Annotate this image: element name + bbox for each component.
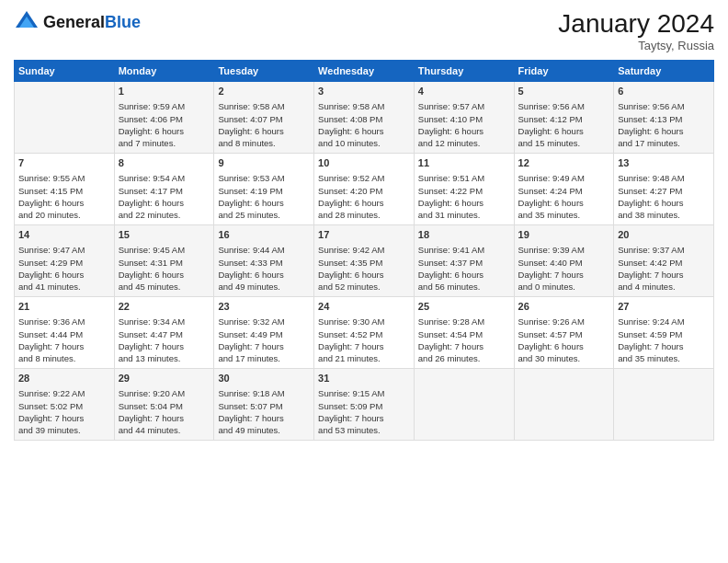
day-info: Daylight: 7 hours [418, 340, 510, 352]
calendar-cell: 19Sunrise: 9:39 AMSunset: 4:40 PMDayligh… [514, 225, 614, 297]
day-info: Sunset: 4:17 PM [119, 185, 210, 197]
calendar-cell: 3Sunrise: 9:58 AMSunset: 4:08 PMDaylight… [314, 82, 415, 154]
day-info: Sunrise: 9:53 AM [218, 172, 310, 184]
day-number: 26 [518, 300, 610, 314]
day-number: 15 [119, 228, 210, 242]
day-info: Sunset: 4:37 PM [418, 257, 510, 269]
col-thursday: Thursday [414, 61, 514, 82]
calendar-cell: 14Sunrise: 9:47 AMSunset: 4:29 PMDayligh… [15, 225, 115, 297]
day-info: Sunset: 5:04 PM [119, 400, 210, 412]
day-info: and 41 minutes. [18, 281, 110, 293]
day-info: Daylight: 6 hours [119, 269, 210, 281]
day-info: Sunset: 4:47 PM [119, 328, 210, 340]
day-number: 12 [518, 156, 610, 170]
day-info: Daylight: 7 hours [618, 340, 710, 352]
day-info: Sunset: 4:33 PM [218, 257, 310, 269]
day-info: Sunset: 4:22 PM [418, 185, 510, 197]
day-info: Daylight: 6 hours [618, 197, 710, 209]
day-number: 7 [18, 156, 110, 170]
day-info: Daylight: 6 hours [418, 125, 510, 137]
day-info: and 12 minutes. [418, 137, 510, 149]
day-info: and 44 minutes. [119, 424, 210, 436]
calendar-cell: 15Sunrise: 9:45 AMSunset: 4:31 PMDayligh… [114, 225, 214, 297]
col-monday: Monday [114, 61, 214, 82]
day-info: Sunset: 4:57 PM [518, 328, 610, 340]
logo: GeneralBlue [14, 9, 141, 35]
day-info: and 49 minutes. [218, 424, 310, 436]
day-info: Sunset: 4:31 PM [119, 257, 210, 269]
calendar-cell: 17Sunrise: 9:42 AMSunset: 4:35 PMDayligh… [314, 225, 415, 297]
day-info: and 17 minutes. [618, 137, 710, 149]
day-number: 25 [418, 300, 510, 314]
day-info: and 25 minutes. [218, 209, 310, 221]
calendar-week-row: 7Sunrise: 9:55 AMSunset: 4:15 PMDaylight… [15, 154, 714, 225]
calendar-cell: 5Sunrise: 9:56 AMSunset: 4:12 PMDaylight… [514, 82, 614, 154]
calendar-cell: 18Sunrise: 9:41 AMSunset: 4:37 PMDayligh… [414, 225, 514, 297]
calendar-cell: 11Sunrise: 9:51 AMSunset: 4:22 PMDayligh… [414, 154, 514, 225]
day-number: 1 [119, 85, 210, 98]
day-info: Sunset: 4:19 PM [218, 185, 310, 197]
day-info: Sunrise: 9:59 AM [119, 100, 210, 112]
logo-general-text: General [43, 13, 105, 31]
day-info: Sunset: 4:06 PM [119, 113, 210, 125]
calendar-cell: 24Sunrise: 9:30 AMSunset: 4:52 PMDayligh… [314, 297, 415, 369]
day-info: Daylight: 6 hours [518, 197, 610, 209]
day-info: and 30 minutes. [518, 352, 610, 364]
day-info: Sunset: 4:40 PM [518, 257, 610, 269]
day-number: 22 [119, 300, 210, 314]
day-info: Sunset: 4:44 PM [18, 328, 110, 340]
day-info: Daylight: 6 hours [218, 197, 310, 209]
day-number: 10 [318, 156, 410, 170]
calendar-cell: 30Sunrise: 9:18 AMSunset: 5:07 PMDayligh… [214, 369, 314, 441]
day-info: and 31 minutes. [418, 209, 510, 221]
day-info: Sunrise: 9:34 AM [119, 316, 210, 327]
day-info: Sunset: 4:10 PM [418, 113, 510, 125]
calendar-cell [614, 369, 714, 441]
title-block: January 2024 Taytsy, Russia [558, 9, 714, 52]
day-number: 21 [18, 300, 110, 314]
day-info: Sunrise: 9:20 AM [119, 387, 210, 399]
day-number: 23 [218, 300, 310, 314]
day-number: 20 [618, 228, 710, 242]
day-info: Daylight: 7 hours [218, 412, 310, 424]
day-number: 9 [218, 156, 310, 170]
day-info: Daylight: 7 hours [119, 340, 210, 352]
day-info: Sunset: 4:29 PM [18, 257, 110, 269]
day-info: and 28 minutes. [318, 209, 410, 221]
day-info: Sunset: 4:59 PM [618, 328, 710, 340]
calendar-cell: 29Sunrise: 9:20 AMSunset: 5:04 PMDayligh… [114, 369, 214, 441]
day-number: 6 [618, 85, 710, 98]
day-info: and 26 minutes. [418, 352, 510, 364]
day-number: 27 [618, 300, 710, 314]
day-info: Daylight: 6 hours [518, 340, 610, 352]
day-info: Sunrise: 9:48 AM [618, 172, 710, 184]
day-info: and 15 minutes. [518, 137, 610, 149]
day-info: Sunrise: 9:52 AM [318, 172, 410, 184]
day-info: Sunset: 5:07 PM [218, 400, 310, 412]
day-info: Sunset: 4:08 PM [318, 113, 410, 125]
day-info: Daylight: 7 hours [218, 340, 310, 352]
day-info: Sunrise: 9:47 AM [18, 244, 110, 256]
day-info: Sunset: 4:20 PM [318, 185, 410, 197]
calendar-week-row: 21Sunrise: 9:36 AMSunset: 4:44 PMDayligh… [15, 297, 714, 369]
day-info: Daylight: 7 hours [318, 340, 410, 352]
calendar-cell: 9Sunrise: 9:53 AMSunset: 4:19 PMDaylight… [214, 154, 314, 225]
day-info: Sunrise: 9:54 AM [119, 172, 210, 184]
day-info: Daylight: 6 hours [18, 197, 110, 209]
day-info: Sunrise: 9:56 AM [618, 100, 710, 112]
calendar-cell: 23Sunrise: 9:32 AMSunset: 4:49 PMDayligh… [214, 297, 314, 369]
day-info: Sunrise: 9:28 AM [418, 316, 510, 327]
day-info: Sunrise: 9:24 AM [618, 316, 710, 327]
day-info: Sunrise: 9:39 AM [518, 244, 610, 256]
day-number: 17 [318, 228, 410, 242]
day-info: Sunset: 4:54 PM [418, 328, 510, 340]
calendar-cell: 21Sunrise: 9:36 AMSunset: 4:44 PMDayligh… [15, 297, 115, 369]
day-info: and 10 minutes. [318, 137, 410, 149]
day-info: and 39 minutes. [18, 424, 110, 436]
day-info: Sunrise: 9:49 AM [518, 172, 610, 184]
calendar-cell: 13Sunrise: 9:48 AMSunset: 4:27 PMDayligh… [614, 154, 714, 225]
day-info: Sunrise: 9:22 AM [18, 387, 110, 399]
day-number: 4 [418, 85, 510, 98]
calendar-cell [414, 369, 514, 441]
day-info: Sunset: 4:15 PM [18, 185, 110, 197]
